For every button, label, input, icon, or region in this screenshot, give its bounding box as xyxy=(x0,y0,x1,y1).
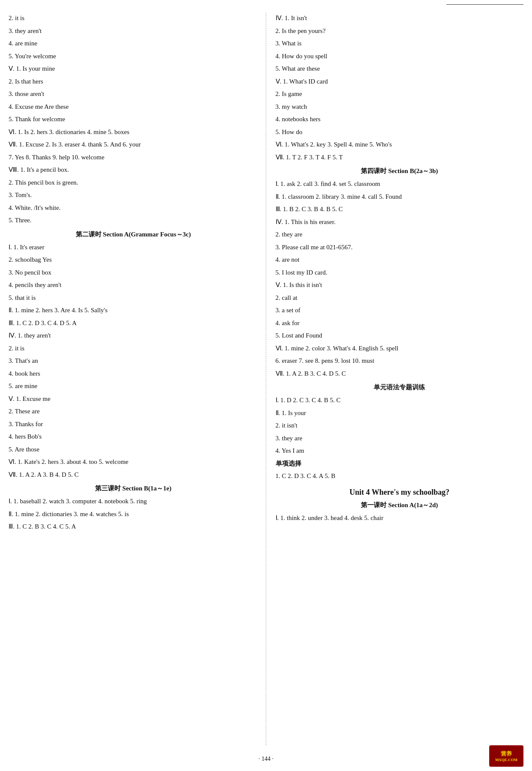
right-line-5: 5. What are these xyxy=(276,63,524,75)
section3-title: 第三课时 Section B(1a～1e) xyxy=(9,484,258,493)
s2-line-17: 5. Are those xyxy=(9,444,258,455)
s2-line-19: Ⅶ. 1. A 2. A 3. B 4. D 5. C xyxy=(9,469,258,481)
s5-line-5: 4. Yes I am xyxy=(276,445,524,457)
s5-line-3: 2. it isn't xyxy=(276,420,524,431)
left-line-7: 3. those aren't xyxy=(9,89,258,100)
s4-line-9: Ⅴ. 1. Is this it isn't xyxy=(276,280,524,291)
s5-line-7: 1. C 2. D 3. C 4. A 5. B xyxy=(276,471,524,482)
s3-line-1: Ⅰ. 1. baseball 2. watch 3. computer 4. n… xyxy=(9,496,258,507)
right-line-2: 2. Is the pen yours? xyxy=(276,26,524,37)
s4-line-16: Ⅶ. 1. A 2. B 3. C 4. D 5. C xyxy=(276,368,524,380)
left-line-1: 2. it is xyxy=(9,13,258,24)
s4-line-15: 6. eraser 7. see 8. pens 9. lost 10. mus… xyxy=(276,356,524,367)
s2-line-2: 2. schoolbag Yes xyxy=(9,254,258,266)
s2-line-6: Ⅱ. 1. mine 2. hers 3. Are 4. Is 5. Sally… xyxy=(9,305,258,316)
s2-line-14: 2. These are xyxy=(9,406,258,417)
s5-line-2: Ⅱ. 1. Is your xyxy=(276,408,524,419)
right-line-11: Ⅵ. 1. What's 2. key 3. Spell 4. mine 5. … xyxy=(276,139,524,150)
right-line-7: 2. Is game xyxy=(276,89,524,100)
page: 2. it is 3. they aren't 4. are mine 5. Y… xyxy=(0,0,532,771)
s2-line-13: Ⅴ. 1. Excuse me xyxy=(9,394,258,405)
left-line-10: Ⅵ. 1. Is 2. hers 3. dictionaries 4. mine… xyxy=(9,127,258,138)
s2-line-11: 4. book hers xyxy=(9,368,258,380)
right-line-12: Ⅶ. 1. T 2. F 3. T 4. F 5. T xyxy=(276,152,524,163)
left-line-16: 4. White. /It's white. xyxy=(9,203,258,214)
right-line-8: 3. my watch xyxy=(276,102,524,113)
logo: 营养 MXQE.COM xyxy=(489,745,523,767)
s2-line-16: 4. hers Bob's xyxy=(9,431,258,442)
left-line-2: 3. they aren't xyxy=(9,26,258,37)
left-line-9: 5. Thank for welcome xyxy=(9,114,258,125)
s4-line-3: Ⅲ. 1. B 2. C 3. B 4. B 5. C xyxy=(276,204,524,215)
left-line-4: 5. You're welcome xyxy=(9,51,258,62)
s4-line-1: Ⅰ. 1. ask 2. call 3. find 4. set 5. clas… xyxy=(276,179,524,190)
left-line-11: Ⅶ. 1. Excuse 2. Is 3. eraser 4. thank 5.… xyxy=(9,139,258,150)
unit4-title: Unit 4 Where's my schoolbag? xyxy=(276,488,524,497)
top-rule xyxy=(446,4,523,5)
left-line-13: Ⅷ. 1. It's a pencil box. xyxy=(9,164,258,176)
left-line-17: 5. Three. xyxy=(9,215,258,226)
section6-title: 第一课时 Section A(1a～2d) xyxy=(276,501,524,509)
right-line-4: 4. How do you spell xyxy=(276,51,524,62)
s2-line-8: Ⅳ. 1. they aren't xyxy=(9,330,258,341)
s2-line-18: Ⅵ. 1. Kate's 2. hers 3. about 4. too 5. … xyxy=(9,457,258,468)
left-line-14: 2. This pencil box is green. xyxy=(9,177,258,188)
s2-line-3: 3. No pencil box xyxy=(9,267,258,278)
s4-line-13: 5. Lost and Found xyxy=(276,330,524,341)
s4-line-4: Ⅳ. 1. This is his eraser. xyxy=(276,217,524,228)
s2-line-1: Ⅰ. 1. It's eraser xyxy=(9,242,258,253)
s2-line-7: Ⅲ. 1. C 2. D 3. C 4. D 5. A xyxy=(9,318,258,329)
right-line-6: Ⅴ. 1. What's ID card xyxy=(276,76,524,87)
s3-line-3: Ⅲ. 1. C 2. B 3. C 4. C 5. A xyxy=(9,521,258,532)
logo-top-text: 营养 xyxy=(501,750,512,758)
s4-line-12: 4. ask for xyxy=(276,318,524,329)
s4-line-8: 5. I lost my ID card. xyxy=(276,267,524,278)
s5-line-6: 单项选择 xyxy=(276,458,524,469)
left-line-12: 7. Yes 8. Thanks 9. help 10. welcome xyxy=(9,152,258,163)
section5-title: 单元语法专题训练 xyxy=(276,383,524,391)
s4-line-10: 2. call at xyxy=(276,293,524,304)
s2-line-10: 3. That's an xyxy=(9,356,258,367)
s2-line-4: 4. pencils they aren't xyxy=(9,280,258,291)
right-line-3: 3. What is xyxy=(276,38,524,49)
left-line-6: 2. Is that hers xyxy=(9,76,258,87)
right-line-9: 4. notebooks hers xyxy=(276,114,524,125)
s6-line-1: Ⅰ. 1. think 2. under 3. head 4. desk 5. … xyxy=(276,513,524,524)
s4-line-11: 3. a set of xyxy=(276,305,524,316)
s4-line-14: Ⅵ. 1. mine 2. color 3. What's 4. English… xyxy=(276,343,524,354)
right-column: Ⅳ. 1. It isn't 2. Is the pen yours? 3. W… xyxy=(266,13,524,745)
page-number: · 144 · xyxy=(259,756,273,762)
section2-title: 第二课时 Section A(Grammar Focus～3c) xyxy=(9,230,258,239)
s2-line-9: 2. it is xyxy=(9,343,258,354)
s5-line-1: Ⅰ. 1. D 2. C 3. C 4. B 5. C xyxy=(276,395,524,406)
s4-line-7: 4. are not xyxy=(276,254,524,266)
s4-line-2: Ⅱ. 1. classroom 2. library 3. mine 4. ca… xyxy=(276,191,524,203)
s4-line-5: 2. they are xyxy=(276,229,524,240)
s4-line-6: 3. Please call me at 021-6567. xyxy=(276,242,524,253)
s2-line-5: 5. that it is xyxy=(9,293,258,304)
left-line-5: Ⅴ. 1. Is your mine xyxy=(9,63,258,75)
s2-line-12: 5. are mine xyxy=(9,381,258,392)
section4-title: 第四课时 Section B(2a～3b) xyxy=(276,167,524,175)
left-line-15: 3. Tom's. xyxy=(9,190,258,201)
logo-bottom-text: MXQE.COM xyxy=(495,758,517,762)
s5-line-4: 3. they are xyxy=(276,433,524,444)
right-line-10: 5. How do xyxy=(276,127,524,138)
right-line-1: Ⅳ. 1. It isn't xyxy=(276,13,524,24)
s2-line-15: 3. Thanks for xyxy=(9,419,258,430)
s3-line-2: Ⅱ. 1. mine 2. dictionaries 3. me 4. watc… xyxy=(9,509,258,520)
left-line-3: 4. are mine xyxy=(9,38,258,49)
left-line-8: 4. Excuse me Are these xyxy=(9,102,258,113)
left-column: 2. it is 3. they aren't 4. are mine 5. Y… xyxy=(9,13,266,745)
